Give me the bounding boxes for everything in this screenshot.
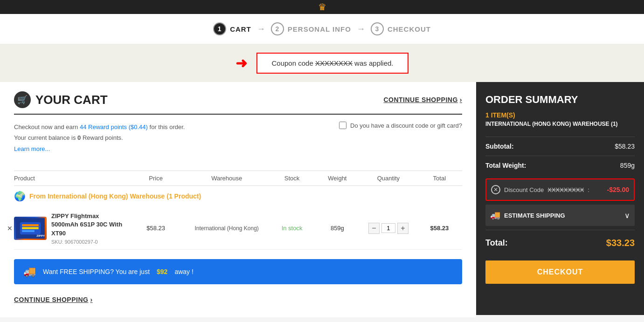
product-price: $58.23: [127, 225, 184, 232]
col-total: Total: [417, 175, 462, 182]
product-details: ZIPPY Flightmax 5000mAh 6S1P 30C With XT…: [51, 212, 127, 245]
cart-icon: 🛒: [14, 91, 31, 108]
svg-rect-4: [22, 230, 35, 232]
col-product: Product: [14, 175, 127, 182]
chevron-right-bottom-icon: ›: [90, 296, 92, 303]
reward-suffix: for this order.: [148, 123, 185, 130]
discount-left: ✕ Discount Code XXXXXXXXX :: [491, 185, 589, 194]
truck-orange-icon: 🚚: [490, 210, 500, 220]
subtotal-value: $58.23: [615, 143, 635, 150]
breadcrumb: 1 CART → 2 PERSONAL INFO → 3 CHECKOUT: [0, 14, 644, 44]
product-total: $58.23: [417, 225, 462, 232]
discount-amount: -$25.00: [607, 186, 629, 193]
col-quantity: Quantity: [360, 175, 417, 182]
qty-input[interactable]: [381, 223, 395, 233]
truck-icon: 🚚: [23, 266, 36, 278]
summary-weight-row: Total Weight: 859g: [485, 156, 635, 175]
reward-points: 44 Reward points ($0.44): [80, 123, 148, 130]
arrow-1: →: [257, 24, 265, 34]
coupon-suffix: was applied.: [353, 59, 394, 67]
warehouse-name: From International (Hong Kong) Warehouse…: [29, 192, 201, 200]
free-shipping-banner: 🚚 Want FREE SHIPPING? You are just $92 a…: [14, 259, 462, 284]
arrow-2: →: [357, 24, 365, 34]
cart-header: 🛒 YOUR CART CONTINUE SHOPPING ›: [14, 91, 462, 115]
svg-rect-3: [22, 227, 38, 229]
free-ship-text-1: Want FREE SHIPPING? You are just: [43, 268, 150, 275]
breadcrumb-step-2[interactable]: 2 PERSONAL INFO: [271, 22, 351, 35]
step-2-num: 2: [271, 22, 284, 35]
col-warehouse: Warehouse: [184, 175, 269, 182]
summary-subtotal-row: Subtotal: $58.23: [485, 137, 635, 156]
discount-colon: :: [588, 186, 589, 193]
warehouse-label: 🌍 From International (Hong Kong) Warehou…: [14, 191, 462, 202]
qty-increase[interactable]: +: [397, 223, 409, 234]
step-3-num: 3: [371, 22, 384, 35]
continue-shopping-top[interactable]: CONTINUE SHOPPING ›: [383, 96, 462, 103]
continue-shopping-bottom-label: CONTINUE SHOPPING: [14, 296, 88, 303]
cart-section: 🛒 YOUR CART CONTINUE SHOPPING › Checkout…: [0, 82, 476, 317]
product-stock: In stock: [269, 225, 314, 232]
qty-decrease[interactable]: −: [368, 223, 380, 234]
step-1-label: CART: [230, 25, 251, 33]
product-quantity: − +: [360, 223, 417, 234]
product-warehouse: International (Hong Kong): [184, 225, 269, 232]
chevron-right-icon: ›: [460, 96, 462, 103]
free-ship-text-2: away !: [174, 268, 193, 275]
total-label: Total:: [485, 238, 508, 248]
order-summary: ORDER SUMMARY 1 ITEM(S) INTERNATIONAL (H…: [476, 82, 644, 315]
product-name: ZIPPY Flightmax 5000mAh 6S1P 30C With XT…: [51, 212, 127, 238]
total-row: Total: $33.23: [485, 230, 635, 256]
product-sku: SKU: 9067000297-0: [51, 239, 127, 245]
col-stock: Stock: [269, 175, 314, 182]
product-weight: 859g: [315, 225, 360, 232]
crown-icon: ♛: [318, 1, 326, 13]
weight-label: Total Weight:: [485, 162, 526, 169]
discount-check-label: Do you have a discount code or gift card…: [350, 122, 462, 129]
continue-bottom: CONTINUE SHOPPING ›: [14, 291, 462, 308]
svg-text:ZIPPY: ZIPPY: [36, 234, 45, 237]
checkout-button[interactable]: CHECKOUT: [485, 260, 635, 284]
estimate-shipping-label: ESTIMATE SHIPPING: [504, 212, 565, 219]
main-layout: 🛒 YOUR CART CONTINUE SHOPPING › Checkout…: [0, 82, 644, 317]
col-price: Price: [127, 175, 184, 182]
step-3-label: CHECKOUT: [388, 25, 431, 33]
breadcrumb-step-1[interactable]: 1 CART: [213, 22, 251, 35]
free-ship-amount: $92: [157, 268, 167, 275]
reward-info: Checkout now and earn 44 Reward points (…: [14, 122, 462, 161]
chevron-down-icon: ∨: [624, 211, 630, 220]
learn-more-link[interactable]: Learn more...: [14, 145, 50, 152]
estimate-shipping[interactable]: 🚚 ESTIMATE SHIPPING ∨: [485, 205, 635, 226]
reward-text: Checkout now and earn 44 Reward points (…: [14, 122, 185, 154]
table-header: Product Price Warehouse Stock Weight Qua…: [14, 171, 462, 186]
total-value: $33.23: [606, 238, 635, 248]
cart-title-group: 🛒 YOUR CART: [14, 91, 108, 108]
col-weight: Weight: [315, 175, 360, 182]
discount-code-row: ✕ Discount Code XXXXXXXXX : -$25.00: [485, 178, 635, 201]
coupon-banner: ➜ Coupon code XXXXXXXX was applied.: [0, 44, 644, 82]
summary-warehouse: INTERNATIONAL (HONG KONG) WAREHOUSE (1): [485, 121, 635, 127]
remove-discount-button[interactable]: ✕: [491, 185, 500, 194]
order-summary-title: ORDER SUMMARY: [485, 94, 635, 106]
discount-code-name: XXXXXXXXX: [547, 186, 584, 193]
continue-shopping-bottom[interactable]: CONTINUE SHOPPING ›: [14, 296, 462, 303]
step-1-num: 1: [213, 22, 226, 35]
subtotal-label: Subtotal:: [485, 143, 514, 150]
summary-items-count: 1 ITEM(S): [485, 111, 635, 119]
coupon-code: XXXXXXXX: [315, 59, 353, 67]
remove-product-icon[interactable]: ✕: [7, 225, 13, 232]
cart-title: YOUR CART: [35, 93, 108, 107]
discount-check: Do you have a discount code or gift card…: [339, 122, 462, 129]
balance-suffix: Reward points.: [81, 134, 123, 141]
globe-icon: 🌍: [14, 191, 26, 202]
coupon-box: Coupon code XXXXXXXX was applied.: [256, 53, 408, 74]
coupon-prefix: Coupon code: [271, 59, 315, 67]
discount-code-label: Discount Code: [504, 186, 544, 193]
discount-checkbox[interactable]: [339, 122, 346, 129]
svg-rect-2: [22, 224, 38, 226]
annotation-arrow-right: ➜: [235, 55, 247, 71]
step-2-label: PERSONAL INFO: [288, 25, 351, 33]
product-row: ✕ ZIPPY ZIPPY Flightmax 5000mAh 6S1P 30C: [14, 207, 462, 250]
top-bar: ♛: [0, 0, 644, 14]
breadcrumb-step-3[interactable]: 3 CHECKOUT: [371, 22, 431, 35]
warehouse-group: 🌍 From International (Hong Kong) Warehou…: [14, 191, 462, 250]
